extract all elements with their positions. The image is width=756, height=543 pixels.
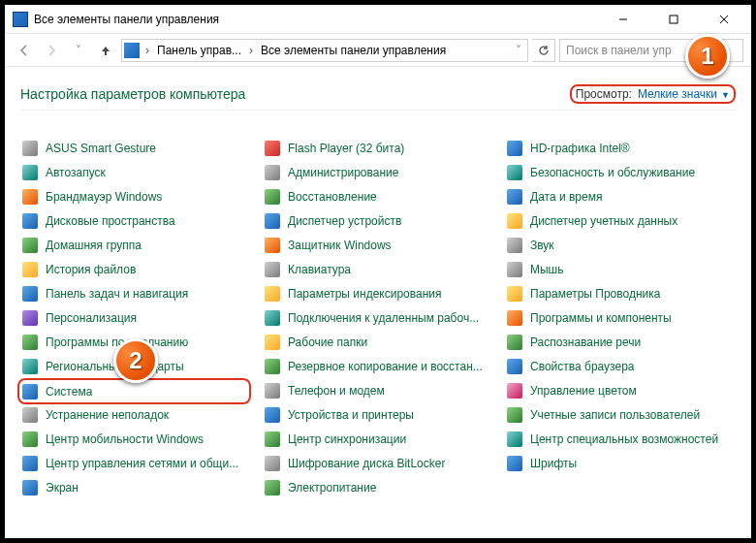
- item-icon: [265, 310, 280, 326]
- control-panel-item[interactable]: Управление цветом: [505, 378, 736, 402]
- item-icon: [265, 238, 280, 253]
- item-icon: [507, 407, 522, 423]
- item-label: Восстановление: [288, 190, 377, 204]
- control-panel-item[interactable]: Панель задач и навигация: [20, 281, 251, 305]
- item-label: Дисковые пространства: [46, 214, 175, 228]
- control-panel-item[interactable]: Дата и время: [505, 184, 736, 208]
- maximize-button[interactable]: [652, 6, 695, 33]
- control-panel-item[interactable]: HD-графика Intel®: [505, 136, 736, 160]
- chevron-down-icon: ▼: [721, 90, 730, 100]
- control-panel-item[interactable]: Шрифты: [505, 451, 736, 475]
- control-panel-item[interactable]: Центр мобильности Windows: [20, 427, 251, 451]
- item-label: Центр синхронизации: [288, 432, 406, 446]
- items-grid: ASUS Smart GestureАвтозапускБрандмауэр W…: [20, 136, 736, 475]
- control-panel-item[interactable]: История файлов: [20, 257, 251, 281]
- control-panel-item[interactable]: Администрирование: [263, 160, 493, 184]
- control-panel-item[interactable]: Подключения к удаленным рабоч...: [263, 305, 493, 330]
- control-panel-item[interactable]: Flash Player (32 бита): [263, 136, 493, 160]
- item-icon: [507, 310, 522, 326]
- item-icon: [507, 189, 522, 205]
- item-label: Параметры Проводника: [530, 287, 660, 301]
- control-panel-item[interactable]: Устранение неполадок: [20, 402, 251, 427]
- breadcrumb-level-1[interactable]: Панель управ...: [155, 44, 243, 57]
- refresh-button[interactable]: [532, 39, 555, 62]
- control-panel-item[interactable]: Распознавание речи: [505, 330, 736, 354]
- control-panel-item[interactable]: Устройства и принтеры: [263, 402, 493, 427]
- item-icon: [265, 213, 280, 229]
- item-label: Центр мобильности Windows: [46, 432, 204, 446]
- control-panel-item[interactable]: Звук: [505, 233, 736, 257]
- item-icon: [507, 383, 522, 399]
- item-label: Безопасность и обслуживание: [530, 166, 695, 179]
- view-by-dropdown[interactable]: Мелкие значки▼: [638, 87, 730, 101]
- recent-dropdown[interactable]: ˅: [67, 39, 90, 62]
- item-label: Шифрование диска BitLocker: [288, 457, 445, 470]
- item-icon: [265, 141, 280, 156]
- item-icon: [22, 480, 38, 495]
- chevron-down-icon[interactable]: ˅: [512, 44, 525, 57]
- item-label: HD-графика Intel®: [530, 142, 630, 155]
- page-title: Настройка параметров компьютера: [20, 86, 245, 102]
- view-by-group[interactable]: Просмотр: Мелкие значки▼: [570, 84, 736, 104]
- item-label: Устройства и принтеры: [288, 408, 414, 422]
- item-icon: [507, 165, 522, 180]
- control-panel-item[interactable]: Учетные записи пользователей: [505, 402, 736, 427]
- control-panel-item[interactable]: Рабочие папки: [263, 330, 493, 354]
- control-panel-item[interactable]: Безопасность и обслуживание: [505, 160, 736, 184]
- item-label: Программы и компоненты: [530, 311, 672, 325]
- control-panel-item[interactable]: Брандмауэр Windows: [20, 184, 251, 208]
- item-label: Устранение неполадок: [46, 408, 169, 422]
- item-icon: [22, 431, 38, 447]
- item-label: Центр управления сетями и общи...: [46, 457, 238, 470]
- minimize-button[interactable]: [602, 6, 645, 33]
- control-panel-item[interactable]: Экран: [20, 475, 251, 499]
- control-panel-item[interactable]: Автозапуск: [20, 160, 251, 184]
- back-button[interactable]: [13, 39, 36, 62]
- control-panel-item[interactable]: Диспетчер устройств: [263, 208, 493, 233]
- item-label: Шрифты: [530, 457, 577, 470]
- item-label: Дата и время: [530, 190, 602, 204]
- item-icon: [22, 238, 38, 253]
- control-panel-item[interactable]: Восстановление: [263, 184, 493, 208]
- control-panel-item[interactable]: Телефон и модем: [263, 378, 493, 402]
- control-panel-item[interactable]: Центр управления сетями и общи...: [20, 451, 251, 475]
- forward-button[interactable]: [40, 39, 63, 62]
- control-panel-item[interactable]: Центр синхронизации: [263, 427, 493, 451]
- breadcrumb-level-2[interactable]: Все элементы панели управления: [259, 44, 508, 57]
- up-button[interactable]: [94, 39, 117, 62]
- item-icon: [22, 335, 38, 350]
- control-panel-item[interactable]: Программы и компоненты: [505, 305, 736, 330]
- control-panel-item[interactable]: Дисковые пространства: [20, 208, 251, 233]
- control-panel-item[interactable]: Центр специальных возможностей: [505, 427, 736, 451]
- item-icon: [22, 165, 38, 180]
- window-title: Все элементы панели управления: [34, 13, 219, 26]
- item-label: Защитник Windows: [288, 239, 392, 252]
- control-panel-item[interactable]: Параметры индексирования: [263, 281, 493, 305]
- item-icon: [507, 213, 522, 229]
- control-panel-item[interactable]: Свойства браузера: [505, 354, 736, 378]
- close-button[interactable]: [703, 6, 745, 33]
- item-icon: [507, 141, 522, 156]
- breadcrumb-box[interactable]: › Панель управ... › Все элементы панели …: [121, 39, 528, 62]
- control-panel-item[interactable]: Мышь: [505, 257, 736, 281]
- item-label: Резервное копирование и восстан...: [288, 360, 483, 373]
- control-panel-item[interactable]: Электропитание: [263, 475, 493, 499]
- control-panel-item[interactable]: Резервное копирование и восстан...: [263, 354, 493, 378]
- item-icon: [507, 262, 522, 277]
- control-panel-item[interactable]: Клавиатура: [263, 257, 493, 281]
- item-label: История файлов: [46, 263, 136, 276]
- control-panel-item[interactable]: Диспетчер учетных данных: [505, 208, 736, 233]
- item-label: Клавиатура: [288, 263, 351, 276]
- control-panel-item[interactable]: Персонализация: [20, 305, 251, 330]
- control-panel-window: 1 2 Все элементы панели управления: [5, 5, 751, 538]
- control-panel-item[interactable]: Защитник Windows: [263, 233, 493, 257]
- item-icon: [265, 359, 280, 374]
- control-panel-item[interactable]: ASUS Smart Gesture: [20, 136, 251, 160]
- control-panel-item[interactable]: Домашняя группа: [20, 233, 251, 257]
- item-icon: [22, 286, 38, 302]
- control-panel-item[interactable]: Параметры Проводника: [505, 281, 736, 305]
- control-panel-item[interactable]: Шифрование диска BitLocker: [263, 451, 493, 475]
- content-area: Настройка параметров компьютера Просмотр…: [5, 67, 751, 538]
- item-icon: [507, 286, 522, 302]
- item-label: Домашняя группа: [46, 239, 142, 252]
